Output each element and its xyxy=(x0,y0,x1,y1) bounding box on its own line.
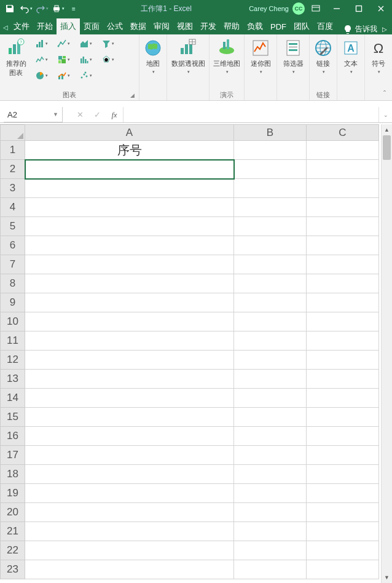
qat-customize-button[interactable]: ≡ xyxy=(66,1,81,16)
ribbon-display-options-button[interactable] xyxy=(308,1,323,16)
tab-页面[interactable]: 页面 xyxy=(80,18,103,34)
cell-C10[interactable] xyxy=(307,312,379,331)
cell-B4[interactable] xyxy=(234,198,307,217)
cell-A11[interactable] xyxy=(25,331,234,351)
cell-A8[interactable] xyxy=(25,274,234,293)
tab-数据[interactable]: 数据 xyxy=(127,18,150,34)
name-box-dropdown-icon[interactable]: ▼ xyxy=(53,111,58,117)
row-header-2[interactable]: 2 xyxy=(1,160,25,179)
row-header-10[interactable]: 10 xyxy=(1,312,25,331)
cell-A16[interactable] xyxy=(25,427,234,446)
tab-文件[interactable]: 文件 xyxy=(10,18,33,34)
row-header-6[interactable]: 6 xyxy=(1,236,25,255)
row-header-15[interactable]: 15 xyxy=(1,408,25,427)
pie-chart-button[interactable]: ▾ xyxy=(31,68,52,84)
cell-A13[interactable] xyxy=(25,370,234,389)
cell-B1[interactable] xyxy=(234,141,307,160)
scroll-thumb[interactable] xyxy=(383,135,391,160)
row-header-11[interactable]: 11 xyxy=(1,331,25,351)
cell-A4[interactable] xyxy=(25,198,234,217)
tab-公式[interactable]: 公式 xyxy=(103,18,127,34)
cell-B14[interactable] xyxy=(234,389,307,408)
cell-C8[interactable] xyxy=(307,274,379,293)
cell-A15[interactable] xyxy=(25,408,234,427)
histogram-button[interactable]: ▾ xyxy=(75,52,96,68)
cell-A3[interactable] xyxy=(25,179,234,198)
tell-me-label[interactable]: 告诉我 xyxy=(355,24,377,34)
row-header-18[interactable]: 18 xyxy=(1,465,25,484)
column-header-B[interactable]: B xyxy=(234,125,307,141)
cell-B3[interactable] xyxy=(234,179,307,198)
save-button[interactable] xyxy=(2,1,17,16)
cell-A2[interactable] xyxy=(25,160,234,179)
cell-C13[interactable] xyxy=(307,370,379,389)
cell-C3[interactable] xyxy=(307,179,379,198)
cell-B19[interactable] xyxy=(234,484,307,503)
minimize-button[interactable] xyxy=(326,0,348,17)
cell-A14[interactable] xyxy=(25,389,234,408)
scroll-down-button[interactable]: ▼ xyxy=(382,572,392,583)
map-button[interactable]: 地图▾ xyxy=(142,36,164,77)
scroll-up-button[interactable]: ▲ xyxy=(382,124,392,135)
symbols-button[interactable]: Ω 符号▾ xyxy=(367,36,390,77)
cell-A17[interactable] xyxy=(25,446,234,465)
row-header-4[interactable]: 4 xyxy=(1,198,25,217)
cell-B15[interactable] xyxy=(234,408,307,427)
sparklines-button[interactable]: 迷你图▾ xyxy=(247,36,274,77)
cell-B8[interactable] xyxy=(234,274,307,293)
cell-B18[interactable] xyxy=(234,465,307,484)
cell-B22[interactable] xyxy=(234,541,307,560)
treemap-chart-button[interactable]: ▾ xyxy=(53,52,74,68)
select-all-corner[interactable] xyxy=(1,125,25,141)
cell-C5[interactable] xyxy=(307,217,379,236)
row-header-16[interactable]: 16 xyxy=(1,427,25,446)
maximize-button[interactable] xyxy=(348,0,370,17)
area-chart-button[interactable]: ▾ xyxy=(75,36,96,52)
enter-formula-button[interactable]: ✓ xyxy=(88,107,106,122)
filters-button[interactable]: 筛选器▾ xyxy=(280,36,307,77)
cell-A9[interactable] xyxy=(25,293,234,312)
tab-团队[interactable]: 团队 xyxy=(290,18,313,34)
cell-A20[interactable] xyxy=(25,503,234,522)
scatter-chart-button[interactable]: ▾ xyxy=(75,68,96,84)
cell-B7[interactable] xyxy=(234,255,307,274)
insert-function-button[interactable]: fx xyxy=(106,107,123,122)
cell-C18[interactable] xyxy=(307,465,379,484)
recommended-charts-button[interactable]: ? 推荐的图表 xyxy=(2,36,29,80)
formula-input[interactable] xyxy=(123,107,378,122)
cell-C14[interactable] xyxy=(307,389,379,408)
cell-B20[interactable] xyxy=(234,503,307,522)
tab-开发[interactable]: 开发 xyxy=(197,18,220,34)
row-header-12[interactable]: 12 xyxy=(1,351,25,370)
row-header-5[interactable]: 5 xyxy=(1,217,25,236)
cell-A19[interactable] xyxy=(25,484,234,503)
cell-C19[interactable] xyxy=(307,484,379,503)
cell-B10[interactable] xyxy=(234,312,307,331)
row-header-1[interactable]: 1 xyxy=(1,141,25,160)
cell-B6[interactable] xyxy=(234,236,307,255)
cell-B16[interactable] xyxy=(234,427,307,446)
cell-B23[interactable] xyxy=(234,560,307,579)
row-header-20[interactable]: 20 xyxy=(1,503,25,522)
cell-C22[interactable] xyxy=(307,541,379,560)
redo-button[interactable]: ▾ xyxy=(34,1,49,16)
stock-chart-button[interactable]: ▾ xyxy=(31,52,52,68)
row-header-19[interactable]: 19 xyxy=(1,484,25,503)
undo-button[interactable]: ▾ xyxy=(18,1,33,16)
tabs-scroll-left[interactable]: ◁ xyxy=(1,20,10,34)
collapse-ribbon-button[interactable]: ˆ xyxy=(380,89,390,99)
quick-print-button[interactable]: ▾ xyxy=(50,1,65,16)
cell-A1[interactable]: 序号 xyxy=(25,141,234,160)
cell-C6[interactable] xyxy=(307,236,379,255)
cell-B13[interactable] xyxy=(234,370,307,389)
cell-B12[interactable] xyxy=(234,351,307,370)
row-header-7[interactable]: 7 xyxy=(1,255,25,274)
expand-formula-bar-button[interactable]: ⌄ xyxy=(378,107,392,122)
charts-dialog-launcher[interactable]: ◢ xyxy=(128,92,136,100)
cell-A21[interactable] xyxy=(25,522,234,541)
cell-B9[interactable] xyxy=(234,293,307,312)
row-header-9[interactable]: 9 xyxy=(1,293,25,312)
cell-A7[interactable] xyxy=(25,255,234,274)
tab-审阅[interactable]: 审阅 xyxy=(150,18,173,34)
cell-A12[interactable] xyxy=(25,351,234,370)
